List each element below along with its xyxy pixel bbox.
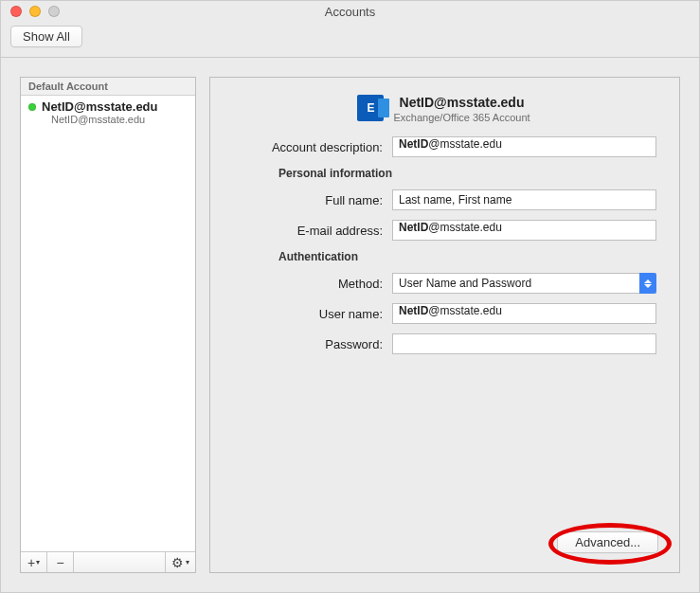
remove-account-button[interactable]: − [47, 552, 74, 572]
section-personal: Personal information [278, 167, 656, 180]
close-icon[interactable] [10, 6, 22, 17]
username-value-strong: NetID [399, 304, 428, 317]
account-title-strong: NetID [400, 95, 435, 110]
advanced-area: Advanced... [557, 531, 658, 553]
account-sub-rest: @msstate.edu [78, 114, 145, 125]
sidebar-footer: +▾ − ⚙︎▾ [21, 551, 195, 572]
chevron-down-icon: ▾ [186, 558, 189, 566]
account-name: NetID@msstate.edu [42, 99, 158, 114]
sidebar-header: Default Account [21, 78, 195, 96]
account-name-rest: @msstate.edu [74, 99, 158, 114]
add-account-button[interactable]: +▾ [21, 552, 47, 572]
input-fullname[interactable] [392, 189, 656, 210]
exchange-icon: E [357, 95, 384, 121]
account-list-item[interactable]: NetID@msstate.edu NetID@msstate.edu [21, 96, 195, 131]
window-title: Accounts [1, 5, 699, 19]
select-method[interactable]: User Name and Password [392, 273, 656, 294]
row-method: Method: User Name and Password [231, 273, 656, 294]
account-name-strong: NetID [42, 99, 74, 114]
section-auth: Authentication [278, 250, 656, 263]
select-method-value: User Name and Password [392, 273, 656, 294]
traffic-lights [1, 6, 60, 17]
plus-icon: + [27, 555, 35, 570]
account-type-label: Exchange/Office 365 Account [393, 112, 529, 123]
advanced-button[interactable]: Advanced... [557, 531, 658, 553]
label-password: Password: [231, 337, 392, 351]
row-email: E-mail address: NetID@msstate.edu [231, 220, 656, 241]
label-email: E-mail address: [231, 224, 392, 238]
desc-value-rest: @msstate.edu [428, 137, 502, 151]
account-sub: NetID@msstate.edu [28, 114, 188, 125]
label-fullname: Full name: [231, 193, 392, 207]
label-description: Account description: [231, 140, 392, 154]
settings-button[interactable]: ⚙︎▾ [165, 552, 195, 572]
toolbar: Show All [1, 22, 699, 58]
window-body: Default Account NetID@msstate.edu NetID@… [1, 58, 699, 592]
label-method: Method: [231, 277, 392, 291]
email-value-strong: NetID [399, 221, 428, 234]
dropdown-arrows-icon [639, 273, 656, 294]
account-title-rest: @msstate.edu [434, 95, 524, 110]
exchange-icon-letter: E [367, 101, 374, 115]
status-dot-icon [28, 103, 36, 111]
detail-header: E NetID@msstate.edu Exchange/Office 365 … [231, 95, 656, 123]
chevron-down-icon: ▾ [36, 558, 40, 566]
input-description[interactable]: NetID@msstate.edu [392, 136, 656, 157]
username-value-rest: @msstate.edu [428, 304, 502, 317]
accounts-window: Accounts Show All Default Account NetID@… [0, 0, 700, 593]
gear-icon: ⚙︎ [171, 555, 184, 570]
minimize-icon[interactable] [29, 6, 41, 17]
email-value-rest: @msstate.edu [428, 221, 502, 234]
show-all-button[interactable]: Show All [10, 26, 82, 47]
row-fullname: Full name: [231, 189, 656, 210]
account-detail-pane: E NetID@msstate.edu Exchange/Office 365 … [209, 77, 680, 573]
titlebar: Accounts [1, 1, 699, 22]
accounts-sidebar: Default Account NetID@msstate.edu NetID@… [20, 77, 196, 573]
account-sub-strong: NetID [51, 114, 78, 125]
maximize-icon [48, 6, 60, 17]
row-username: User name: NetID@msstate.edu [231, 303, 656, 324]
account-row: NetID@msstate.edu [28, 99, 188, 114]
account-title: NetID@msstate.edu [393, 95, 529, 110]
input-password[interactable] [392, 333, 656, 354]
header-texts: NetID@msstate.edu Exchange/Office 365 Ac… [393, 95, 529, 123]
input-email[interactable]: NetID@msstate.edu [392, 220, 656, 241]
input-username[interactable]: NetID@msstate.edu [392, 303, 656, 324]
desc-value-strong: NetID [399, 137, 428, 151]
sidebar-spacer [21, 131, 195, 551]
row-description: Account description: NetID@msstate.edu [231, 136, 656, 157]
row-password: Password: [231, 333, 656, 354]
label-username: User name: [231, 307, 392, 321]
footer-spacer [74, 552, 165, 572]
